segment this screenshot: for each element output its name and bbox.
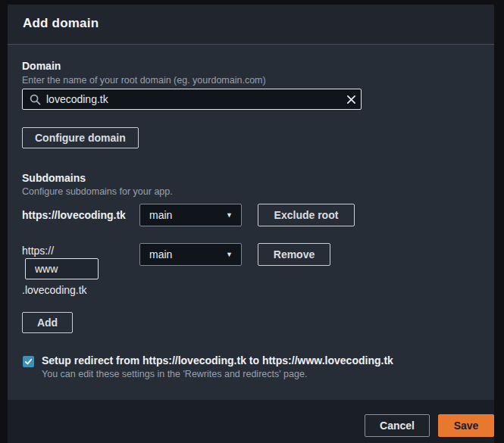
branch-select[interactable]: main ▼ bbox=[139, 204, 242, 226]
modal-body: Domain Enter the name of your root domai… bbox=[8, 45, 494, 400]
redirect-help: You can edit these settings in the 'Rewr… bbox=[42, 369, 307, 379]
redirect-label: Setup redirect from https://lovecoding.t… bbox=[42, 354, 393, 367]
domain-search-field bbox=[22, 89, 362, 110]
caret-down-icon: ▼ bbox=[226, 251, 241, 258]
branch-select-value: main bbox=[140, 209, 226, 221]
subdomains-label: Subdomains bbox=[22, 172, 86, 184]
cancel-button[interactable]: Cancel bbox=[365, 414, 430, 437]
redirect-checkbox[interactable] bbox=[23, 356, 34, 367]
check-icon bbox=[24, 357, 33, 366]
domain-help: Enter the name of your root domain (eg. … bbox=[22, 75, 266, 86]
modal-footer: Cancel Save bbox=[365, 414, 494, 437]
configure-domain-button[interactable]: Configure domain bbox=[22, 127, 139, 148]
page-title: Add domain bbox=[23, 16, 99, 31]
domain-label: Domain bbox=[22, 60, 61, 72]
search-icon bbox=[30, 94, 41, 105]
subdomains-help: Configure subdomains for your app. bbox=[22, 186, 173, 197]
exclude-root-button[interactable]: Exclude root bbox=[258, 204, 355, 226]
save-button[interactable]: Save bbox=[438, 414, 494, 437]
branch-select-value: main bbox=[140, 248, 226, 260]
domain-search-input[interactable] bbox=[46, 93, 341, 105]
clear-icon[interactable] bbox=[341, 89, 361, 109]
branch-select[interactable]: main ▼ bbox=[139, 243, 242, 266]
remove-button[interactable]: Remove bbox=[258, 243, 330, 266]
modal-overlay: Add domain Domain Enter the name of your… bbox=[0, 0, 504, 443]
subdomain-url-label: https://lovecoding.tk bbox=[22, 209, 126, 221]
add-button[interactable]: Add bbox=[22, 312, 73, 333]
add-domain-modal: Add domain Domain Enter the name of your… bbox=[8, 5, 494, 443]
subdomain-prefix-label: https:// bbox=[22, 245, 54, 257]
modal-header: Add domain bbox=[8, 5, 494, 45]
subdomain-suffix-label: .lovecoding.tk bbox=[22, 284, 87, 296]
subdomain-name-input[interactable] bbox=[25, 258, 99, 279]
caret-down-icon: ▼ bbox=[226, 212, 241, 219]
